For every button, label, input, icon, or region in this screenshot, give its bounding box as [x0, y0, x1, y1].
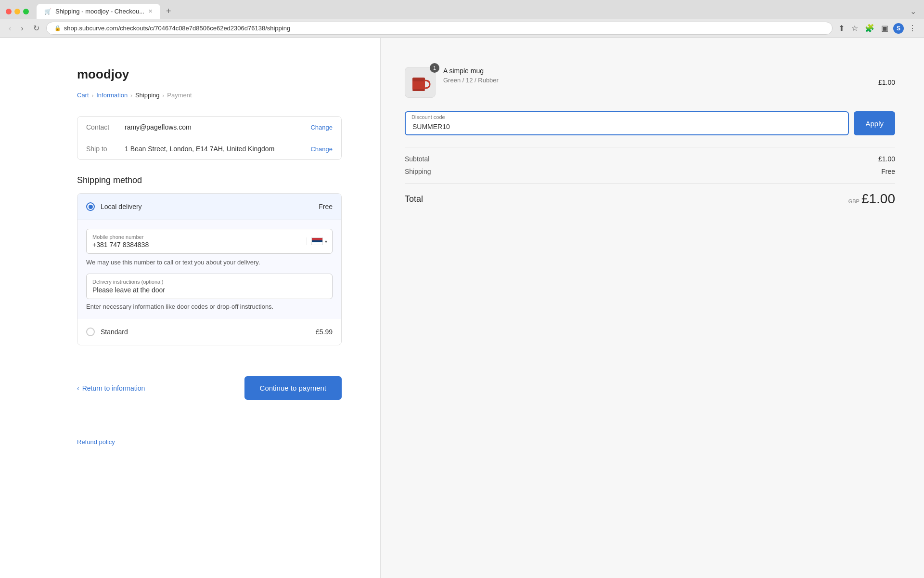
- currency-label: GBP: [848, 198, 860, 204]
- local-delivery-option[interactable]: Local delivery Free: [77, 194, 341, 220]
- active-tab[interactable]: 🛒 Shipping - moodjoy - Checkou... ✕: [37, 4, 160, 19]
- contact-value: ramy@pageflows.com: [125, 123, 310, 131]
- new-tab-button[interactable]: +: [162, 4, 175, 18]
- profile-avatar[interactable]: S: [893, 23, 904, 34]
- discount-input-wrapper: Discount code: [405, 111, 849, 135]
- apply-discount-button[interactable]: Apply: [854, 111, 895, 135]
- svg-rect-1: [412, 78, 425, 81]
- local-delivery-radio[interactable]: [86, 202, 95, 211]
- menu-icon[interactable]: ⋮: [907, 23, 918, 34]
- breadcrumb-information[interactable]: Information: [96, 92, 128, 99]
- local-delivery-details: Mobile phone number +381 747 8384838 ▾ W…: [77, 220, 341, 319]
- close-window-button[interactable]: [6, 9, 12, 14]
- quantity-text: 1: [433, 65, 436, 71]
- subtotal-value: £1.00: [878, 155, 895, 163]
- contact-row: Contact ramy@pageflows.com Change: [77, 117, 341, 138]
- reload-button[interactable]: ↻: [30, 23, 42, 34]
- breadcrumb-shipping: Shipping: [135, 92, 160, 99]
- local-delivery-name: Local delivery: [101, 203, 319, 210]
- item-image-wrapper: 1: [405, 67, 436, 98]
- shipping-row: Shipping Free: [405, 168, 895, 175]
- item-variant: Green / 12 / Rubber: [443, 77, 871, 84]
- maximize-window-button[interactable]: [23, 9, 29, 14]
- minimize-window-button[interactable]: [14, 9, 20, 14]
- delivery-instructions-label: Delivery instructions (optional): [92, 279, 326, 285]
- shipping-value: Free: [881, 168, 895, 175]
- url-field[interactable]: 🔒 shop.subcurve.com/checkouts/c/704674c0…: [46, 22, 833, 35]
- subtotal-row: Subtotal £1.00: [405, 155, 895, 163]
- left-panel: moodjoy Cart › Information › Shipping › …: [0, 38, 380, 578]
- standard-name: Standard: [101, 328, 316, 336]
- tab-list-button[interactable]: ⌄: [908, 5, 918, 18]
- breadcrumb-cart[interactable]: Cart: [77, 92, 89, 99]
- breadcrumb-payment: Payment: [167, 92, 192, 99]
- standard-price: £5.99: [316, 328, 333, 336]
- return-chevron-icon: ‹: [77, 384, 79, 392]
- standard-radio[interactable]: [86, 328, 95, 336]
- form-actions: ‹ Return to information Continue to paym…: [77, 376, 342, 400]
- discount-label: Discount code: [411, 114, 445, 120]
- brand-name: moodjoy: [77, 67, 342, 82]
- order-totals: Subtotal £1.00 Shipping Free Total GBP £…: [405, 147, 895, 207]
- item-quantity-badge: 1: [430, 63, 439, 73]
- country-selector[interactable]: ▾: [306, 237, 332, 245]
- contact-change-link[interactable]: Change: [310, 124, 333, 131]
- sidebar-icon[interactable]: ▣: [879, 23, 890, 34]
- shipping-options: Local delivery Free Mobile phone number …: [77, 193, 342, 345]
- shipping-method-title: Shipping method: [77, 175, 342, 185]
- url-text: shop.subcurve.com/checkouts/c/704674c08e…: [64, 25, 291, 32]
- continue-button[interactable]: Continue to payment: [244, 376, 342, 400]
- bookmark-icon[interactable]: ☆: [849, 23, 860, 34]
- phone-label: Mobile phone number: [92, 234, 300, 240]
- window-controls: [6, 9, 29, 14]
- grand-total-row: Total GBP £1.00: [405, 183, 895, 207]
- local-delivery-price: Free: [319, 203, 333, 210]
- extensions-icon[interactable]: 🧩: [863, 23, 876, 34]
- phone-field-inner: Mobile phone number +381 747 8384838: [87, 229, 306, 253]
- tab-close-button[interactable]: ✕: [148, 8, 153, 14]
- phone-hint: We may use this number to call or text y…: [86, 259, 333, 266]
- shipping-label: Shipping: [405, 168, 431, 175]
- item-name: A simple mug: [443, 67, 871, 75]
- grand-total-value: GBP £1.00: [848, 191, 895, 207]
- back-button[interactable]: ‹: [6, 23, 14, 34]
- breadcrumb-sep-1: ›: [92, 92, 94, 98]
- subtotal-label: Subtotal: [405, 155, 429, 163]
- phone-field-wrapper: Mobile phone number +381 747 8384838 ▾: [86, 229, 333, 254]
- ship-to-value: 1 Bean Street, London, E14 7AH, United K…: [125, 145, 310, 153]
- breadcrumb-sep-3: ›: [163, 92, 165, 98]
- total-amount: £1.00: [861, 191, 895, 207]
- return-link[interactable]: ‹ Return to information: [77, 384, 145, 392]
- breadcrumb-sep-2: ›: [130, 92, 132, 98]
- phone-value: +381 747 8384838: [92, 241, 300, 249]
- delivery-instructions-hint: Enter necessary information like door co…: [86, 303, 333, 310]
- return-link-text: Return to information: [82, 384, 145, 392]
- browser-actions: ⬆ ☆ 🧩 ▣ S ⋮: [836, 23, 918, 34]
- item-price: £1.00: [878, 79, 895, 86]
- ship-to-change-link[interactable]: Change: [310, 145, 333, 153]
- lock-icon: 🔒: [54, 25, 61, 31]
- standard-option[interactable]: Standard £5.99: [77, 319, 341, 345]
- refund-policy-link[interactable]: Refund policy: [77, 438, 342, 446]
- tab-title: Shipping - moodjoy - Checkou...: [55, 8, 144, 15]
- page-content: moodjoy Cart › Information › Shipping › …: [0, 38, 924, 578]
- browser-chrome: 🛒 Shipping - moodjoy - Checkou... ✕ + ⌄ …: [0, 0, 924, 38]
- ship-to-row: Ship to 1 Bean Street, London, E14 7AH, …: [77, 138, 341, 159]
- item-info: A simple mug Green / 12 / Rubber: [443, 67, 871, 84]
- info-box: Contact ramy@pageflows.com Change Ship t…: [77, 116, 342, 160]
- share-icon[interactable]: ⬆: [836, 23, 847, 34]
- ship-to-label: Ship to: [86, 145, 125, 153]
- address-bar: ‹ › ↻ 🔒 shop.subcurve.com/checkouts/c/70…: [0, 19, 924, 38]
- discount-input[interactable]: [405, 111, 849, 135]
- breadcrumb: Cart › Information › Shipping › Payment: [77, 92, 342, 99]
- delivery-instructions-field[interactable]: Delivery instructions (optional) Please …: [86, 274, 333, 299]
- cart-item: 1 A simple mug Green / 12 / Rubber £1.00: [405, 67, 895, 98]
- tab-favicon: 🛒: [44, 8, 51, 15]
- total-label: Total: [405, 194, 423, 204]
- contact-label: Contact: [86, 123, 125, 131]
- item-image: [405, 67, 436, 98]
- forward-button[interactable]: ›: [18, 23, 26, 34]
- delivery-instructions-value: Please leave at the door: [92, 286, 326, 294]
- flag-chevron-icon: ▾: [325, 239, 327, 244]
- discount-section: Discount code Apply: [405, 111, 895, 135]
